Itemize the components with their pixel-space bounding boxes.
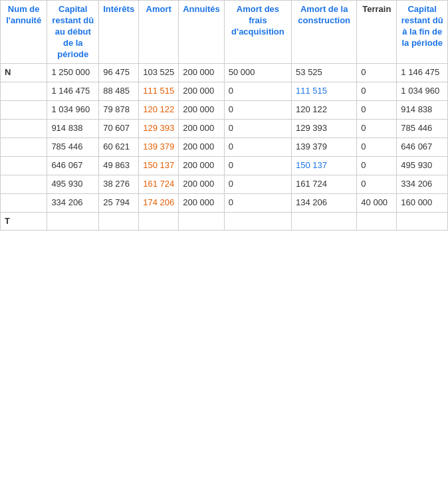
terrain-value: 40 000: [357, 193, 397, 212]
table-row: T: [1, 212, 448, 231]
capital-fin-value: 914 838: [397, 101, 448, 120]
capital-fin-value: 160 000: [397, 193, 448, 212]
amort-value: [139, 212, 179, 231]
amort-frais-value: 0: [224, 138, 291, 157]
annuites-value: 200 000: [179, 175, 225, 193]
capital-fin-value: 334 206: [397, 175, 448, 193]
row-label: N: [1, 64, 47, 82]
amort-construction-value: 150 137: [292, 156, 357, 175]
table-row: N1 250 00096 475103 525200 00050 00053 5…: [1, 64, 448, 82]
capital-fin-value: 785 446: [397, 120, 448, 138]
table-row: 914 83870 607129 393200 0000129 3930785 …: [1, 120, 448, 138]
amort-construction-value: [292, 212, 357, 231]
header-amort: Amort: [139, 1, 179, 64]
capital-debut-value: 1 146 475: [47, 82, 99, 101]
terrain-value: [357, 212, 397, 231]
annuites-value: [179, 212, 225, 231]
annuites-value: 200 000: [179, 101, 225, 120]
header-capital-fin: Capital restant dû à la fin de la périod…: [397, 1, 448, 64]
amort-value: 174 206: [139, 193, 179, 212]
amortization-table: Num de l'annuité Capital restant dû au d…: [0, 0, 448, 231]
amort-construction-value: 161 724: [292, 175, 357, 193]
interets-value: 88 485: [99, 82, 139, 101]
amort-frais-value: [224, 212, 291, 231]
header-amort-construction: Amort de la construction: [292, 1, 357, 64]
row-label: T: [1, 212, 47, 231]
row-label: [1, 101, 47, 120]
amort-value: 150 137: [139, 156, 179, 175]
terrain-value: 0: [357, 120, 397, 138]
interets-value: 60 621: [99, 138, 139, 157]
interets-value: 38 276: [99, 175, 139, 193]
terrain-value: 0: [357, 175, 397, 193]
amort-value: 103 525: [139, 64, 179, 82]
terrain-value: 0: [357, 82, 397, 101]
amort-frais-value: 0: [224, 193, 291, 212]
header-row: Num de l'annuité Capital restant dû au d…: [1, 1, 448, 64]
header-terrain: Terrain: [357, 1, 397, 64]
table-row: 785 44660 621139 379200 0000139 3790646 …: [1, 138, 448, 157]
interets-value: 70 607: [99, 120, 139, 138]
amort-frais-value: 50 000: [224, 64, 291, 82]
header-interets: Intérêts: [99, 1, 139, 64]
interets-value: 96 475: [99, 64, 139, 82]
interets-value: 25 794: [99, 193, 139, 212]
row-label: [1, 193, 47, 212]
amort-value: 111 515: [139, 82, 179, 101]
capital-fin-value: 1 146 475: [397, 64, 448, 82]
amort-frais-value: 0: [224, 82, 291, 101]
amort-frais-value: 0: [224, 175, 291, 193]
annuites-value: 200 000: [179, 138, 225, 157]
capital-fin-value: 1 034 960: [397, 82, 448, 101]
capital-debut-value: [47, 212, 99, 231]
capital-debut-value: 1 034 960: [47, 101, 99, 120]
header-capital-debut: Capital restant dû au début de la périod…: [47, 1, 99, 64]
row-label: [1, 120, 47, 138]
table-row: 646 06749 863150 137200 0000150 1370495 …: [1, 156, 448, 175]
amort-frais-value: 0: [224, 101, 291, 120]
interets-value: 79 878: [99, 101, 139, 120]
capital-fin-value: 495 930: [397, 156, 448, 175]
amort-value: 120 122: [139, 101, 179, 120]
amort-value: 161 724: [139, 175, 179, 193]
capital-debut-value: 646 067: [47, 156, 99, 175]
row-label: [1, 175, 47, 193]
amort-construction-value: 120 122: [292, 101, 357, 120]
row-label: [1, 156, 47, 175]
table-row: 495 93038 276161 724200 0000161 7240334 …: [1, 175, 448, 193]
amort-value: 139 379: [139, 138, 179, 157]
terrain-value: 0: [357, 138, 397, 157]
header-amort-frais: Amort des frais d'acquisition: [224, 1, 291, 64]
amort-value: 129 393: [139, 120, 179, 138]
annuites-value: 200 000: [179, 156, 225, 175]
capital-fin-value: 646 067: [397, 138, 448, 157]
interets-value: 49 863: [99, 156, 139, 175]
capital-debut-value: 785 446: [47, 138, 99, 157]
terrain-value: 0: [357, 101, 397, 120]
capital-debut-value: 334 206: [47, 193, 99, 212]
amort-construction-value: 111 515: [292, 82, 357, 101]
amort-construction-value: 134 206: [292, 193, 357, 212]
terrain-value: 0: [357, 64, 397, 82]
amort-construction-value: 53 525: [292, 64, 357, 82]
annuites-value: 200 000: [179, 64, 225, 82]
amort-construction-value: 129 393: [292, 120, 357, 138]
amort-frais-value: 0: [224, 120, 291, 138]
header-num-annuite: Num de l'annuité: [1, 1, 47, 64]
amort-construction-value: 139 379: [292, 138, 357, 157]
table-row: 334 20625 794174 206200 0000134 20640 00…: [1, 193, 448, 212]
annuites-value: 200 000: [179, 120, 225, 138]
table-row: 1 146 47588 485111 515200 0000111 51501 …: [1, 82, 448, 101]
row-label: [1, 82, 47, 101]
amort-frais-value: 0: [224, 156, 291, 175]
interets-value: [99, 212, 139, 231]
capital-debut-value: 914 838: [47, 120, 99, 138]
terrain-value: 0: [357, 156, 397, 175]
header-annuites: Annuités: [179, 1, 225, 64]
table-row: 1 034 96079 878120 122200 0000120 122091…: [1, 101, 448, 120]
annuites-value: 200 000: [179, 193, 225, 212]
capital-debut-value: 1 250 000: [47, 64, 99, 82]
row-label: [1, 138, 47, 157]
capital-fin-value: [397, 212, 448, 231]
capital-debut-value: 495 930: [47, 175, 99, 193]
